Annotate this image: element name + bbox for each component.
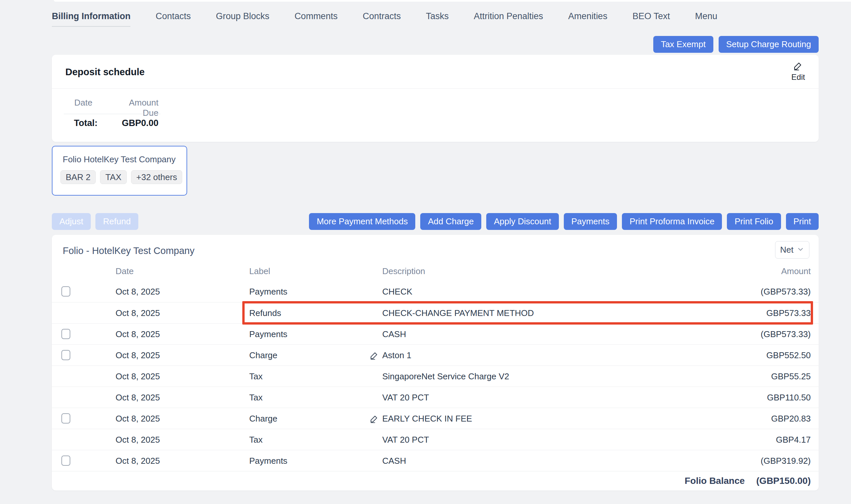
add-charge-button[interactable]: Add Charge bbox=[420, 213, 481, 230]
table-row: Oct 8, 2025RefundsCHECK-CHANGE PAYMENT M… bbox=[52, 302, 819, 323]
row-description-text: EARLY CHECK IN FEE bbox=[382, 408, 472, 429]
row-date: Oct 8, 2025 bbox=[116, 366, 160, 387]
deposit-total-value: GBP0.00 bbox=[111, 118, 158, 128]
adjust-button[interactable]: Adjust bbox=[52, 213, 91, 230]
row-description: CASH bbox=[370, 450, 406, 471]
row-amount: (GBP573.33) bbox=[761, 324, 811, 345]
tab-tasks[interactable]: Tasks bbox=[426, 11, 449, 27]
folio-actions-left: AdjustRefund bbox=[52, 213, 138, 230]
column-header-label: Label bbox=[249, 266, 270, 276]
row-date: Oct 8, 2025 bbox=[116, 408, 160, 429]
row-checkbox[interactable] bbox=[62, 413, 70, 424]
setup-charge-routing-button[interactable]: Setup Charge Routing bbox=[719, 36, 819, 53]
row-date: Oct 8, 2025 bbox=[116, 450, 160, 471]
tab-attrition-penalties[interactable]: Attrition Penalties bbox=[474, 11, 543, 27]
column-header-description: Description bbox=[382, 266, 425, 276]
header-actions: Tax ExemptSetup Charge Routing bbox=[653, 36, 819, 53]
divider bbox=[52, 88, 819, 89]
tab-bar: Billing InformationContactsGroup BlocksC… bbox=[52, 11, 717, 27]
apply-discount-button[interactable]: Apply Discount bbox=[486, 213, 558, 230]
divider bbox=[64, 114, 160, 114]
table-header-row: Date Label Description Amount bbox=[52, 266, 819, 281]
table-row: Oct 8, 2025TaxVAT 20 PCTGBP110.50 bbox=[52, 386, 819, 408]
row-date: Oct 8, 2025 bbox=[116, 429, 160, 450]
row-amount: GBP4.17 bbox=[776, 429, 811, 450]
folio-table-title: Folio - HotelKey Test Company bbox=[63, 246, 194, 256]
row-description: CHECK-CHANGE PAYMENT METHOD bbox=[370, 303, 534, 324]
deposit-schedule-card: Deposit schedule Edit Date Amount Due To… bbox=[52, 55, 819, 142]
table-body: Oct 8, 2025PaymentsCHECK(GBP573.33)Oct 8… bbox=[52, 281, 819, 471]
folio-table-card: Folio - HotelKey Test Company Net Date L… bbox=[52, 235, 819, 490]
folio-summary-card[interactable]: Folio HotelKey Test Company BAR 2TAX+32 … bbox=[52, 146, 187, 196]
table-row: Oct 8, 2025PaymentsCHECK(GBP573.33) bbox=[52, 281, 819, 302]
table-row: Oct 8, 2025ChargeEARLY CHECK IN FEEGBP20… bbox=[52, 408, 819, 429]
row-description: SingaporeNet Service Charge V2 bbox=[370, 366, 509, 387]
row-amount: GBP573.33 bbox=[766, 303, 811, 324]
row-description: Aston 1 bbox=[370, 345, 411, 366]
folio-balance-label: Folio Balance bbox=[684, 475, 745, 486]
row-description-text: VAT 20 PCT bbox=[382, 429, 429, 450]
row-amount: GBP20.83 bbox=[771, 408, 811, 429]
row-description-text: CASH bbox=[382, 450, 406, 471]
row-checkbox[interactable] bbox=[62, 350, 70, 360]
tab-contracts[interactable]: Contracts bbox=[363, 11, 401, 27]
tab-beo-text[interactable]: BEO Text bbox=[632, 11, 670, 27]
chevron-down-icon bbox=[797, 246, 804, 255]
edit-charge-icon[interactable] bbox=[370, 350, 382, 360]
print-folio-button[interactable]: Print Folio bbox=[727, 213, 781, 230]
deposit-total-label: Total: bbox=[74, 118, 98, 128]
row-label: Tax bbox=[249, 429, 262, 450]
row-amount: (GBP573.33) bbox=[761, 281, 811, 302]
row-date: Oct 8, 2025 bbox=[116, 387, 160, 408]
folio-chip-row: BAR 2TAX+32 others bbox=[60, 170, 182, 184]
row-description: EARLY CHECK IN FEE bbox=[370, 408, 472, 429]
row-date: Oct 8, 2025 bbox=[116, 345, 160, 366]
row-description: VAT 20 PCT bbox=[370, 429, 429, 450]
print-button[interactable]: Print bbox=[786, 213, 819, 230]
row-description-text: SingaporeNet Service Charge V2 bbox=[382, 366, 509, 387]
tab-contacts[interactable]: Contacts bbox=[155, 11, 191, 27]
chip-32-others[interactable]: +32 others bbox=[131, 170, 183, 184]
row-amount: GBP552.50 bbox=[766, 345, 811, 366]
row-description-text: CHECK-CHANGE PAYMENT METHOD bbox=[382, 303, 534, 324]
folio-balance-value: (GBP150.00) bbox=[756, 475, 811, 486]
tab-amenities[interactable]: Amenities bbox=[568, 11, 607, 27]
row-amount: GBP55.25 bbox=[771, 366, 811, 387]
edit-deposit-button[interactable]: Edit bbox=[788, 61, 809, 82]
row-description-text: CHECK bbox=[382, 281, 412, 302]
row-label: Refunds bbox=[249, 303, 281, 324]
deposit-schedule-title: Deposit schedule bbox=[65, 67, 144, 77]
payments-button[interactable]: Payments bbox=[564, 213, 617, 230]
print-proforma-invoice-button[interactable]: Print Proforma Invoice bbox=[622, 213, 722, 230]
row-date: Oct 8, 2025 bbox=[116, 324, 160, 345]
refund-button[interactable]: Refund bbox=[95, 213, 138, 230]
tab-comments[interactable]: Comments bbox=[294, 11, 338, 27]
pencil-icon bbox=[793, 61, 803, 71]
tab-billing-information[interactable]: Billing Information bbox=[52, 11, 131, 27]
tab-group-blocks[interactable]: Group Blocks bbox=[216, 11, 270, 27]
cutoff-card-edge bbox=[54, 0, 851, 2]
more-payment-methods-button[interactable]: More Payment Methods bbox=[309, 213, 415, 230]
row-description: CASH bbox=[370, 324, 406, 345]
row-date: Oct 8, 2025 bbox=[116, 281, 160, 302]
tax-exempt-button[interactable]: Tax Exempt bbox=[653, 36, 713, 53]
folio-summary-title: Folio HotelKey Test Company bbox=[63, 155, 176, 165]
row-description-text: VAT 20 PCT bbox=[382, 387, 429, 408]
row-description-text: CASH bbox=[382, 324, 406, 345]
tab-menu[interactable]: Menu bbox=[695, 11, 717, 27]
chip-bar-2[interactable]: BAR 2 bbox=[60, 170, 96, 184]
table-row: Oct 8, 2025TaxSingaporeNet Service Charg… bbox=[52, 365, 819, 386]
deposit-column-amount-due: Amount Due bbox=[111, 97, 158, 118]
row-label: Tax bbox=[249, 387, 262, 408]
row-amount: GBP110.50 bbox=[767, 387, 811, 408]
net-filter-dropdown[interactable]: Net bbox=[775, 241, 810, 258]
row-checkbox[interactable] bbox=[62, 455, 70, 466]
row-date: Oct 8, 2025 bbox=[116, 303, 160, 324]
chip-tax[interactable]: TAX bbox=[100, 170, 127, 184]
row-label: Charge bbox=[249, 408, 277, 429]
column-header-amount: Amount bbox=[781, 266, 811, 276]
row-checkbox[interactable] bbox=[62, 329, 70, 339]
deposit-column-date: Date bbox=[74, 97, 92, 108]
edit-charge-icon[interactable] bbox=[370, 414, 382, 423]
row-checkbox[interactable] bbox=[62, 286, 70, 296]
